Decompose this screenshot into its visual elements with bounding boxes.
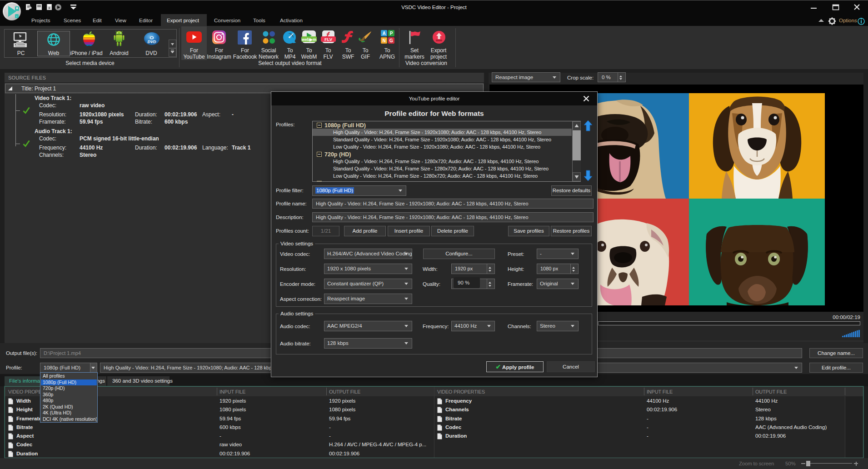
svg-text:FLV: FLV: [324, 37, 333, 42]
svg-text:N: N: [382, 38, 385, 43]
svg-text:DVD: DVD: [147, 40, 156, 44]
svg-text:P: P: [390, 31, 393, 36]
svg-text:♪: ♪: [16, 15, 17, 18]
svg-text:A: A: [382, 31, 385, 36]
svg-text:web▶m: web▶m: [301, 37, 316, 42]
svg-text:G: G: [389, 38, 393, 43]
